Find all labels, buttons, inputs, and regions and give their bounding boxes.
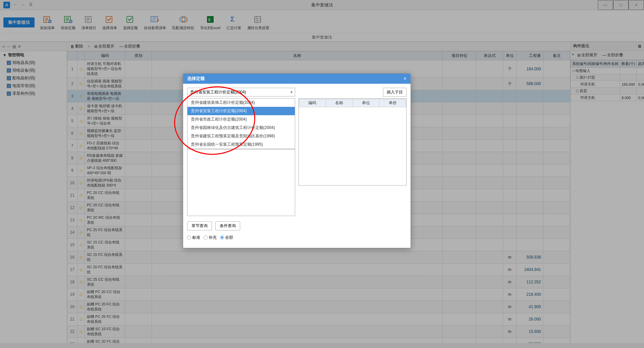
radio-standard[interactable]: 标准 (187, 235, 200, 240)
result-col-unit: 单位 (353, 99, 379, 107)
result-col-price: 单价 (379, 99, 406, 107)
chapter-query-button[interactable]: 章节查询 (187, 221, 212, 230)
quota-list-item-3[interactable]: 贵州省园林绿化及仿古建筑工程计价定额(2004) (187, 124, 295, 132)
quota-dropdown[interactable]: 贵州省建筑装饰工程计价定额(2004)贵州省建筑装饰工程计价定额(2004)贵州… (187, 88, 295, 96)
quota-list-item-2[interactable]: 贵州省市政工程计价定额(2004) (187, 115, 295, 124)
modal-overlay: 选择定额 × 贵州省建筑装饰工程计价定额(2004)贵州省建筑装饰工程计价定额(… (0, 0, 644, 348)
quota-list-item-5[interactable]: 贵州省全国统一安装工程预算定额(1995) (187, 140, 295, 149)
modal-title: 选择定额 (187, 76, 205, 82)
radio-standard-circle (187, 235, 191, 239)
modal-result-area: 编码 名称 单位 单价 (299, 98, 407, 186)
insert-sub-button[interactable]: 插入子目 (383, 88, 407, 97)
result-col-code: 编码 (299, 99, 326, 107)
radio-group: 标准 补充 全部 (187, 235, 295, 240)
modal-right-panel: 插入子目 编码 名称 单位 单价 (299, 88, 407, 186)
radio-supplement[interactable]: 补充 (204, 235, 217, 240)
modal-bottom-bar: 章节查询 条件查询 (187, 219, 295, 233)
result-col-name: 名称 (326, 99, 353, 107)
quota-list-item-4[interactable]: 贵州省建筑工程预算定额及贵阳地区基价(1998) (187, 132, 295, 140)
modal-content-row: 贵州省建筑装饰工程计价定额(2004)贵州省建筑装饰工程计价定额(2004)贵州… (187, 88, 407, 240)
quota-list[interactable]: 贵州省建筑装饰工程计价定额(2004) 贵州省安装工程计价定额(2004) 贵州… (187, 98, 295, 149)
quota-dropdown-container: 贵州省建筑装饰工程计价定额(2004)贵州省建筑装饰工程计价定额(2004)贵州… (187, 88, 295, 96)
radio-supplement-label: 补充 (209, 235, 217, 240)
radio-all[interactable]: 全部 (220, 235, 233, 240)
radio-all-label: 全部 (225, 235, 233, 240)
condition-query-button[interactable]: 条件查询 (215, 221, 240, 230)
modal-left-panel: 贵州省建筑装饰工程计价定额(2004)贵州省建筑装饰工程计价定额(2004)贵州… (187, 88, 295, 240)
modal-body: 贵州省建筑装饰工程计价定额(2004)贵州省建筑装饰工程计价定额(2004)贵州… (183, 84, 411, 248)
radio-supplement-circle (204, 235, 208, 239)
modal-header: 选择定额 × (183, 74, 411, 84)
select-quota-modal: 选择定额 × 贵州省建筑装饰工程计价定额(2004)贵州省建筑装饰工程计价定额(… (183, 73, 411, 248)
quota-list-item-1[interactable]: 贵州省安装工程计价定额(2004) (187, 107, 295, 115)
quota-list-item-0[interactable]: 贵州省建筑装饰工程计价定额(2004) (187, 98, 295, 107)
quota-search-area (187, 149, 295, 216)
radio-all-circle (220, 235, 224, 239)
result-table: 编码 名称 单位 单价 (299, 99, 406, 107)
modal-close-button[interactable]: × (404, 76, 407, 82)
radio-standard-label: 标准 (192, 235, 200, 240)
